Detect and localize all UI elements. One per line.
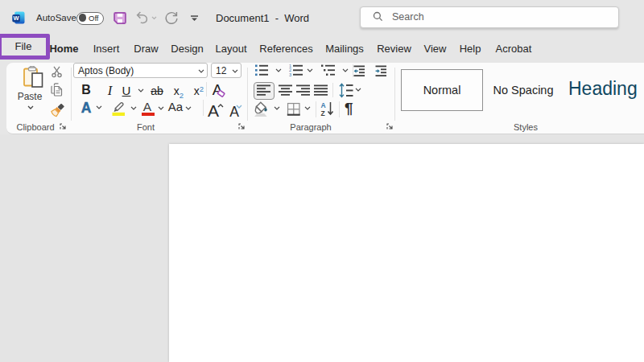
svg-text:A: A [321, 101, 326, 109]
svg-text:3: 3 [289, 72, 291, 76]
svg-text:Z: Z [321, 109, 325, 117]
svg-text:W: W [14, 14, 20, 22]
